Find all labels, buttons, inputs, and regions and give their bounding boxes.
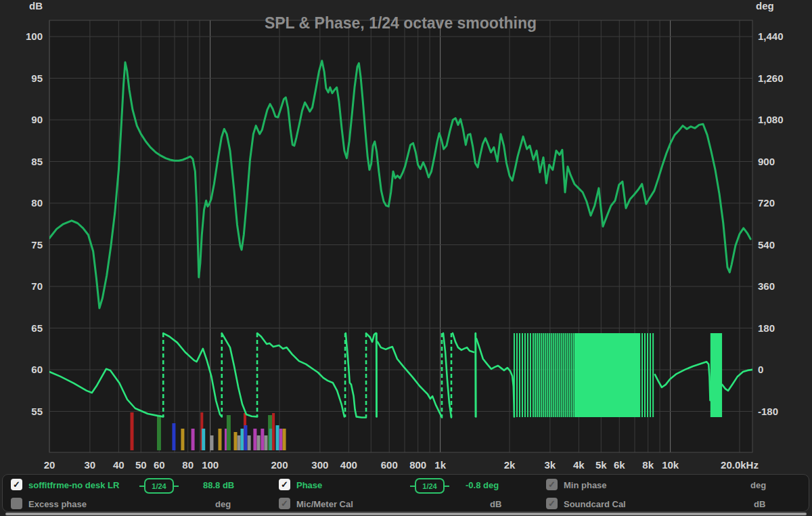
room-mode-marker	[218, 429, 221, 450]
axis-tick-label: 300	[311, 459, 328, 471]
axis-tick-label: 100	[26, 30, 43, 42]
smoothing-value: 1/24	[152, 482, 166, 490]
phase-label[interactable]: Phase	[296, 480, 322, 490]
axis-tick-label: 5k	[595, 459, 607, 471]
room-mode-marker	[131, 412, 134, 450]
room-mode-marker	[181, 429, 184, 450]
room-mode-marker	[283, 429, 286, 450]
chart-title: SPL & Phase, 1/24 octave smoothing	[265, 14, 537, 32]
room-mode-marker	[210, 435, 213, 450]
axis-tick-label: 1k	[434, 459, 446, 471]
min-phase-checkbox[interactable]: ✓	[546, 479, 558, 490]
spl-phase-chart: dBdeg1009590858075706560551,4401,2601,08…	[0, 0, 812, 474]
room-mode-marker	[172, 423, 175, 450]
axis-tick-label: 0	[758, 364, 763, 375]
check-icon: ✓	[548, 498, 556, 509]
axis-tick-label: 4k	[573, 459, 585, 471]
legend-panel: ✓ soffitfrme-no desk LR 1/24 88.8 dB ✓ P…	[2, 474, 809, 512]
axis-tick-label: 200	[271, 459, 288, 471]
room-mode-marker	[202, 429, 205, 450]
smoothing-value: 1/24	[422, 482, 436, 490]
room-mode-marker	[240, 429, 244, 450]
axis-tick-label: dB	[29, 0, 43, 12]
room-mode-marker	[234, 432, 238, 450]
axis-tick-label: 6k	[614, 459, 625, 471]
axis-tick-label: 1,080	[758, 114, 784, 125]
rew-spl-phase-window: dBdeg1009590858075706560551,4401,2601,08…	[0, 0, 812, 516]
axis-tick-label: 8k	[642, 459, 654, 471]
axis-tick-label: 20.0kHz	[721, 459, 759, 471]
measurement-level-readout: 88.8 dB	[203, 480, 234, 490]
legend-row-2: ✓ Excess phase deg ✓ Mic/Meter Cal dB ✓ …	[3, 496, 809, 513]
axis-tick-label: 55	[31, 406, 43, 417]
axis-tick-label: 20	[44, 459, 55, 471]
check-icon: ✓	[281, 479, 288, 490]
room-mode-marker	[227, 415, 231, 450]
axis-tick-label: 2k	[504, 459, 516, 471]
room-mode-marker	[238, 435, 241, 450]
axis-tick-label: 60	[31, 364, 43, 375]
axis-tick-label: 95	[31, 72, 43, 84]
window-bottom-edge	[5, 513, 807, 515]
axis-tick-label: 50	[135, 459, 147, 471]
axis-tick-label: 85	[31, 156, 43, 167]
axis-tick-label: 10k	[662, 459, 679, 471]
soundcard-cal-checkbox[interactable]: ✓	[546, 498, 558, 509]
room-mode-marker	[261, 429, 264, 450]
min-phase-unit: deg	[750, 480, 766, 490]
mic-meter-cal-unit: dB	[490, 499, 501, 509]
min-phase-label: Min phase	[564, 480, 607, 490]
room-mode-marker	[157, 415, 161, 450]
room-mode-marker	[191, 429, 195, 450]
axis-tick-label: 1,440	[758, 30, 784, 42]
axis-tick-label: 3k	[545, 459, 556, 471]
room-mode-marker	[279, 429, 283, 450]
axis-tick-label: 40	[113, 459, 125, 471]
axis-tick-label: 90	[31, 114, 43, 125]
axis-tick-label: 600	[381, 459, 398, 471]
measurement-smoothing-badge[interactable]: 1/24	[144, 478, 174, 494]
axis-tick-label: 1,260	[758, 72, 784, 84]
axis-tick-label: 60	[154, 459, 165, 471]
room-mode-marker	[276, 425, 279, 450]
check-icon: ✓	[281, 498, 288, 509]
axis-tick-label: -180	[758, 406, 778, 417]
excess-phase-label[interactable]: Excess phase	[28, 499, 87, 509]
excess-phase-checkbox[interactable]: ✓	[11, 498, 22, 509]
check-icon: ✓	[13, 479, 20, 490]
excess-phase-unit: deg	[215, 499, 231, 509]
axis-tick-label: 30	[85, 459, 96, 471]
axis-tick-label: 900	[758, 156, 775, 167]
mic-meter-cal-label: Mic/Meter Cal	[296, 499, 353, 509]
axis-tick-label: 400	[340, 459, 357, 471]
axis-tick-label: 70	[31, 280, 43, 292]
phase-visibility-checkbox[interactable]: ✓	[279, 479, 290, 490]
axis-tick-label: 800	[409, 459, 426, 471]
soundcard-cal-label: Soundcard Cal	[564, 499, 626, 509]
measurement-visibility-checkbox[interactable]: ✓	[11, 479, 22, 490]
axis-tick-label: 540	[758, 239, 775, 251]
phase-value-readout: -0.8 deg	[466, 480, 499, 490]
axis-tick-label: 80	[182, 459, 194, 471]
room-mode-marker	[253, 429, 256, 450]
room-mode-marker	[244, 425, 247, 450]
measurement-label[interactable]: soffitfrme-no desk LR	[28, 480, 119, 490]
room-mode-marker	[257, 435, 261, 450]
mic-meter-cal-checkbox[interactable]: ✓	[279, 498, 290, 509]
axis-tick-label: 720	[758, 197, 775, 209]
check-icon: ✓	[548, 479, 556, 490]
axis-tick-label: 80	[31, 197, 43, 209]
room-mode-marker	[248, 435, 251, 450]
legend-row-1: ✓ soffitfrme-no desk LR 1/24 88.8 dB ✓ P…	[3, 477, 809, 494]
axis-tick-label: 75	[31, 239, 43, 251]
axis-tick-label: 65	[31, 322, 43, 334]
room-mode-marker	[264, 435, 267, 450]
room-mode-marker	[272, 413, 275, 450]
soundcard-cal-unit: dB	[754, 499, 765, 509]
phase-smoothing-badge[interactable]: 1/24	[415, 478, 445, 494]
axis-tick-label: 100	[202, 459, 219, 471]
axis-tick-label: 180	[758, 322, 775, 334]
axis-tick-label: deg	[756, 0, 774, 12]
axis-tick-label: 360	[758, 280, 775, 292]
